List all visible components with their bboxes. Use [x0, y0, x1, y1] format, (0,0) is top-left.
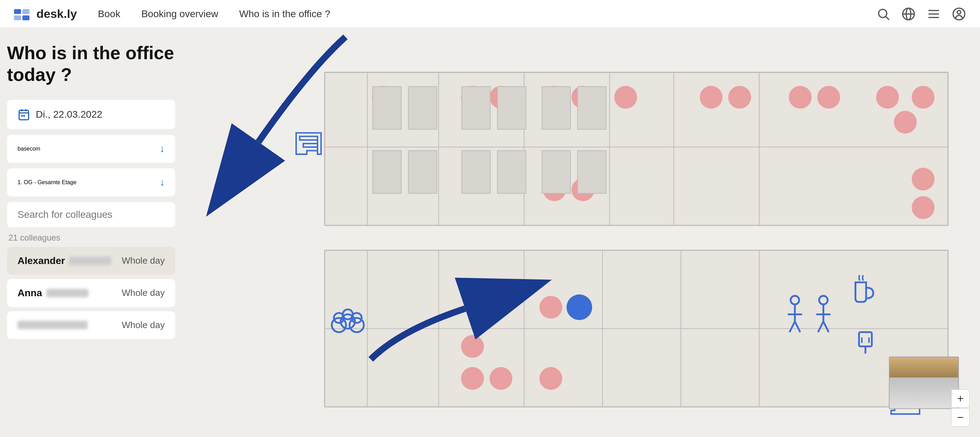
svg-point-38 — [818, 86, 840, 109]
zoom-controls: + − — [951, 390, 969, 426]
svg-point-37 — [789, 86, 812, 109]
company-label: basecom — [18, 146, 40, 152]
colleague-name-blur — [69, 256, 111, 265]
svg-rect-83 — [408, 150, 437, 193]
colleague-name: Anna — [18, 288, 88, 299]
menu-icon[interactable] — [927, 7, 941, 21]
logo[interactable]: desk.ly — [14, 7, 77, 21]
svg-point-59 — [539, 296, 562, 319]
svg-rect-1 — [14, 16, 21, 20]
svg-rect-89 — [578, 87, 606, 129]
svg-rect-80 — [372, 87, 401, 129]
room-thumbnail — [889, 356, 959, 409]
colleague-time: Whole day — [122, 255, 165, 266]
svg-rect-90 — [542, 150, 570, 193]
colleagues-count: 21 colleagues — [7, 233, 175, 243]
colleague-name — [18, 321, 88, 329]
date-selector[interactable]: Di., 22.03.2022 — [7, 100, 175, 129]
svg-rect-2 — [22, 9, 29, 14]
svg-point-58 — [461, 335, 484, 358]
page-title: Who is in the office today ? — [7, 42, 175, 86]
svg-rect-18 — [21, 115, 23, 117]
svg-line-5 — [886, 16, 889, 20]
svg-point-39 — [876, 86, 899, 109]
logo-icon — [14, 8, 32, 20]
svg-point-41 — [894, 111, 916, 133]
svg-rect-0 — [14, 9, 21, 14]
zoom-out-button[interactable]: − — [951, 408, 969, 426]
svg-rect-3 — [22, 16, 29, 20]
svg-point-35 — [700, 86, 722, 109]
svg-rect-87 — [497, 150, 526, 193]
main-nav: Book Booking overview Who is in the offi… — [98, 8, 876, 20]
svg-point-78 — [912, 168, 934, 190]
date-display: Di., 22.03.2022 — [18, 108, 102, 121]
nav-who-in-office[interactable]: Who is in the office ? — [239, 8, 330, 20]
svg-point-13 — [957, 11, 961, 14]
svg-rect-91 — [578, 150, 606, 193]
svg-rect-85 — [497, 87, 526, 129]
svg-point-63 — [539, 367, 562, 390]
colleague-search — [7, 202, 175, 227]
colleague-item[interactable]: Alexander Whole day — [7, 247, 175, 275]
zoom-in-button[interactable]: + — [951, 390, 969, 408]
svg-rect-19 — [24, 115, 25, 117]
nav-booking-overview[interactable]: Booking overview — [141, 8, 218, 20]
svg-point-4 — [879, 9, 887, 17]
colleague-item[interactable]: Whole day — [7, 311, 175, 339]
company-dropdown-arrow[interactable]: ↓ — [160, 143, 165, 154]
svg-rect-86 — [462, 150, 490, 193]
search-input[interactable] — [18, 209, 165, 220]
date-label: Di., 22.03.2022 — [36, 109, 102, 120]
colleague-name: Alexander — [18, 255, 111, 266]
svg-rect-81 — [408, 87, 437, 129]
header: desk.ly Book Booking overview Who is in … — [0, 0, 980, 28]
search-icon[interactable] — [876, 7, 890, 21]
floor-selector[interactable]: 1. OG - Gesamte Etage ↓ — [7, 168, 175, 196]
colleague-time: Whole day — [122, 320, 165, 331]
floor-dropdown-arrow[interactable]: ↓ — [160, 177, 165, 188]
svg-point-36 — [728, 86, 751, 109]
svg-rect-84 — [462, 87, 490, 129]
colleague-list: Alexander Whole day Anna Whole day Whole… — [7, 247, 175, 423]
svg-rect-82 — [372, 150, 401, 193]
colleague-name-blur — [46, 289, 88, 297]
svg-rect-88 — [542, 87, 570, 129]
calendar-icon — [18, 108, 30, 121]
svg-point-34 — [614, 86, 637, 109]
colleague-name-blur — [18, 321, 88, 329]
floor-plan-svg — [189, 35, 973, 430]
header-actions — [876, 7, 966, 21]
company-selector[interactable]: basecom ↓ — [7, 135, 175, 163]
sidebar: Who is in the office today ? Di., 22.03.… — [0, 28, 182, 437]
globe-icon[interactable] — [902, 7, 915, 21]
main-content: Who is in the office today ? Di., 22.03.… — [0, 28, 980, 437]
user-avatar-icon[interactable] — [952, 7, 966, 21]
svg-point-40 — [912, 86, 934, 109]
map-area: + − — [182, 28, 980, 437]
colleague-time: Whole day — [122, 288, 165, 298]
nav-book[interactable]: Book — [98, 8, 120, 20]
floor-label: 1. OG - Gesamte Etage — [18, 179, 76, 185]
colleague-item[interactable]: Anna Whole day — [7, 279, 175, 307]
svg-point-62 — [490, 367, 512, 390]
svg-point-60 — [566, 294, 592, 320]
svg-point-79 — [912, 196, 934, 219]
logo-text: desk.ly — [37, 7, 77, 21]
svg-point-61 — [461, 367, 484, 390]
